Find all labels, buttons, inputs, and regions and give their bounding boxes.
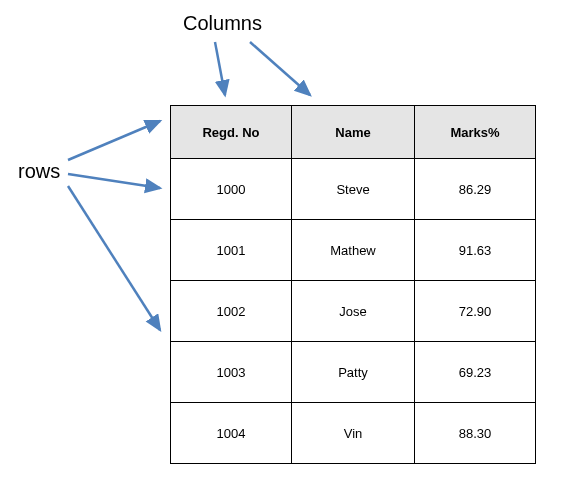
cell-marks: 72.90: [415, 281, 536, 342]
cell-name: Patty: [292, 342, 415, 403]
cell-marks: 91.63: [415, 220, 536, 281]
cell-regdno: 1000: [171, 159, 292, 220]
cell-regdno: 1001: [171, 220, 292, 281]
cell-regdno: 1003: [171, 342, 292, 403]
cell-name: Steve: [292, 159, 415, 220]
cell-marks: 86.29: [415, 159, 536, 220]
cell-regdno: 1002: [171, 281, 292, 342]
cell-marks: 69.23: [415, 342, 536, 403]
table-header-row: Regd. No Name Marks%: [171, 106, 536, 159]
cell-name: Vin: [292, 403, 415, 464]
arrow-column-2: [250, 42, 310, 95]
table-row: 1004 Vin 88.30: [171, 403, 536, 464]
rows-label: rows: [18, 160, 60, 183]
table-row: 1000 Steve 86.29: [171, 159, 536, 220]
header-marks: Marks%: [415, 106, 536, 159]
diagram-container: Columns rows Regd. No Name Marks% 1000 S…: [0, 0, 572, 501]
cell-marks: 88.30: [415, 403, 536, 464]
table-row: 1003 Patty 69.23: [171, 342, 536, 403]
arrow-row-3: [68, 186, 160, 330]
table-row: 1001 Mathew 91.63: [171, 220, 536, 281]
cell-regdno: 1004: [171, 403, 292, 464]
cell-name: Mathew: [292, 220, 415, 281]
arrow-row-2: [68, 174, 160, 188]
columns-label: Columns: [183, 12, 262, 35]
header-regdno: Regd. No: [171, 106, 292, 159]
header-name: Name: [292, 106, 415, 159]
arrow-row-1: [68, 121, 160, 160]
arrow-column-1: [215, 42, 225, 95]
cell-name: Jose: [292, 281, 415, 342]
data-table: Regd. No Name Marks% 1000 Steve 86.29 10…: [170, 105, 536, 464]
table-row: 1002 Jose 72.90: [171, 281, 536, 342]
